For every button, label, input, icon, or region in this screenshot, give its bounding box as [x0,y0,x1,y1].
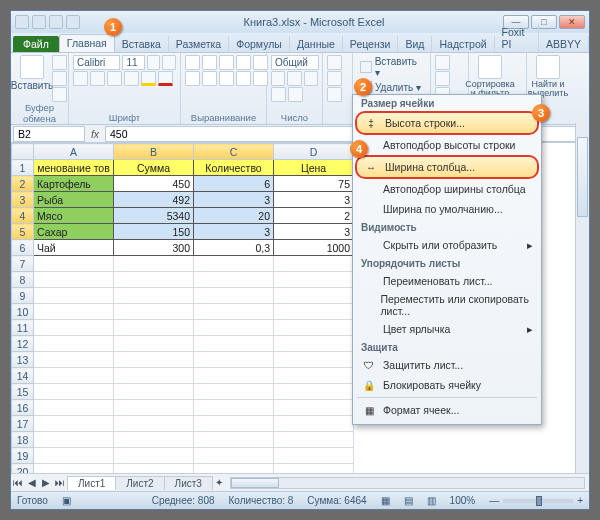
shrink-font-icon[interactable] [162,55,176,70]
tab-foxit[interactable]: Foxit PI [495,24,539,52]
row-header[interactable]: 18 [12,432,34,448]
row-header[interactable]: 11 [12,320,34,336]
row-header[interactable]: 19 [12,448,34,464]
inc-decimal-icon[interactable] [271,87,286,102]
row-header[interactable]: 16 [12,400,34,416]
row-header[interactable]: 1 [12,160,34,176]
cell[interactable] [34,256,114,272]
cell[interactable] [274,304,354,320]
cell[interactable]: Сахар [34,224,114,240]
select-all-corner[interactable] [12,144,34,160]
zoom-percent[interactable]: 100% [450,495,476,506]
menu-col-width[interactable]: ↔Ширина столбца... [355,155,539,179]
tab-data[interactable]: Данные [290,36,343,52]
col-header-C[interactable]: C [194,144,274,160]
cell[interactable] [34,304,114,320]
cell[interactable]: 6 [194,176,274,192]
cell[interactable] [274,320,354,336]
cell[interactable]: Рыба [34,192,114,208]
wrap-text-icon[interactable] [253,55,268,70]
orientation-icon[interactable] [236,55,251,70]
cell[interactable]: Мясо [34,208,114,224]
row-header[interactable]: 6 [12,240,34,256]
cell[interactable] [114,352,194,368]
cell[interactable] [274,464,354,474]
paste-button[interactable]: Вставить [15,55,49,91]
close-button[interactable]: ✕ [559,15,585,29]
cell[interactable] [274,416,354,432]
cell[interactable] [194,432,274,448]
cell[interactable] [114,368,194,384]
cell[interactable] [194,448,274,464]
menu-rename-sheet[interactable]: Переименовать лист... [355,271,539,291]
cell-styles-icon[interactable] [327,87,342,102]
cell[interactable]: 300 [114,240,194,256]
cell[interactable] [274,400,354,416]
align-middle-icon[interactable] [202,55,217,70]
align-bottom-icon[interactable] [219,55,234,70]
copy-icon[interactable] [52,71,67,86]
tab-view[interactable]: Вид [398,36,432,52]
cell[interactable] [114,288,194,304]
cell[interactable] [114,336,194,352]
find-select-button[interactable]: Найти и выделить [531,55,565,98]
tab-formulas[interactable]: Формулы [229,36,290,52]
merge-icon[interactable] [253,71,268,86]
sheet-tab-1[interactable]: Лист1 [67,476,116,490]
cell[interactable] [34,448,114,464]
menu-lock-cell[interactable]: 🔒Блокировать ячейку [355,375,539,395]
cell[interactable]: 3 [194,192,274,208]
cell[interactable] [34,336,114,352]
qat-undo-icon[interactable] [32,15,46,29]
cell[interactable] [194,384,274,400]
row-header[interactable]: 10 [12,304,34,320]
sheet-tab-3[interactable]: Лист3 [164,476,213,490]
cell[interactable]: Сумма [114,160,194,176]
cell[interactable]: 3 [194,224,274,240]
row-header[interactable]: 7 [12,256,34,272]
cell[interactable] [34,400,114,416]
view-break-icon[interactable]: ▥ [427,495,436,506]
row-header[interactable]: 4 [12,208,34,224]
cell[interactable] [194,272,274,288]
cell[interactable] [274,272,354,288]
cell[interactable] [34,320,114,336]
status-rec-icon[interactable]: ▣ [62,495,71,506]
qat-redo-icon[interactable] [49,15,63,29]
vscroll-thumb[interactable] [577,137,588,217]
cell[interactable]: Количество [194,160,274,176]
cell[interactable]: 492 [114,192,194,208]
underline-icon[interactable] [107,71,122,86]
cell[interactable] [114,272,194,288]
hscroll-thumb[interactable] [231,478,279,488]
cell[interactable] [114,448,194,464]
menu-hide-show[interactable]: Скрыть или отобразить▸ [355,235,539,255]
sheet-nav-first-icon[interactable]: ⏮ [11,477,25,488]
cell[interactable] [194,304,274,320]
grow-font-icon[interactable] [147,55,161,70]
cell[interactable] [114,416,194,432]
cell[interactable] [34,352,114,368]
cell[interactable] [274,368,354,384]
cell[interactable] [274,256,354,272]
cell[interactable] [34,384,114,400]
cell-active[interactable]: 450 [114,176,194,192]
tab-abbyy[interactable]: ABBYY [539,36,589,52]
vscrollbar[interactable] [575,123,589,473]
sheet-nav-prev-icon[interactable]: ◀ [25,477,39,488]
font-color-icon[interactable] [158,71,173,86]
cell[interactable] [274,288,354,304]
menu-protect-sheet[interactable]: 🛡Защитить лист... [355,355,539,375]
cell[interactable] [194,368,274,384]
cell[interactable] [114,400,194,416]
format-painter-icon[interactable] [52,87,67,102]
row-header[interactable]: 17 [12,416,34,432]
row-header[interactable]: 5 [12,224,34,240]
autosum-icon[interactable] [435,55,450,70]
fill-icon[interactable] [435,71,450,86]
cell[interactable] [194,320,274,336]
qat-save-icon[interactable] [15,15,29,29]
cell[interactable]: 1000 [274,240,354,256]
cut-icon[interactable] [52,55,67,70]
zoom-slider[interactable]: —+ [489,495,583,506]
